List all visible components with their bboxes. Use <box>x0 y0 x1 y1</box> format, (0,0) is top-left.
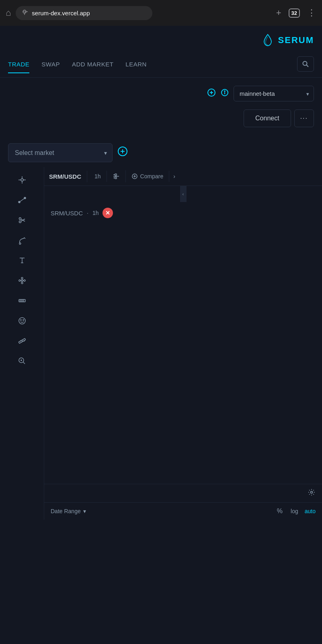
browser-actions: + 32 ⋮ <box>276 8 316 18</box>
svg-point-1 <box>24 11 25 12</box>
add-network-button[interactable] <box>207 88 216 99</box>
svg-point-30 <box>21 277 23 279</box>
svg-point-31 <box>24 280 25 281</box>
crosshair-tool[interactable] <box>12 171 32 189</box>
svg-line-53 <box>23 362 25 364</box>
drawing-toolbar <box>0 167 44 520</box>
nav-swap[interactable]: SWAP <box>41 61 60 73</box>
chart-footer: Date Range ▾ % log auto <box>44 502 322 520</box>
date-range-chevron-icon: ▾ <box>83 508 86 514</box>
network-select[interactable]: mainnet-beta testnet devnet <box>234 86 314 101</box>
chart-overlay-symbol: SRM/USDC <box>51 210 83 217</box>
add-market-button[interactable] <box>117 146 128 159</box>
browser-url: serum-dex.vercel.app <box>32 10 90 17</box>
chart-title-overlay: SRM/USDC · 1h ✕ <box>44 202 119 224</box>
close-icon: ✕ <box>105 210 110 216</box>
svg-rect-58 <box>115 177 117 179</box>
tab-count-badge[interactable]: 32 <box>289 8 300 18</box>
compare-label: Compare <box>140 173 164 180</box>
svg-rect-46 <box>18 339 26 343</box>
date-range-button[interactable]: Date Range ▾ <box>51 508 86 514</box>
svg-point-44 <box>21 320 21 320</box>
brand-name: SERUM <box>278 35 314 45</box>
browser-menu-button[interactable]: ⋮ <box>307 8 316 18</box>
brand-logo-icon <box>260 33 275 47</box>
app-container: SERUM TRADE SWAP ADD MARKET LEARN <box>0 26 322 644</box>
svg-point-19 <box>18 201 20 203</box>
network-row: mainnet-beta testnet devnet ▾ <box>0 78 322 109</box>
chart-bottom-toolbar <box>44 484 322 502</box>
chart-settings-button[interactable] <box>308 488 316 498</box>
text-tool[interactable] <box>12 252 32 269</box>
svg-point-62 <box>311 491 313 493</box>
chart-more-button[interactable]: › <box>169 171 179 182</box>
nav-search-button[interactable] <box>297 56 314 72</box>
svg-rect-57 <box>115 174 117 175</box>
svg-point-32 <box>21 282 23 284</box>
svg-point-21 <box>19 218 21 220</box>
chart-toolbar: SRM/USDC 1h <box>44 167 322 186</box>
collapse-panel-button[interactable]: ‹ <box>180 186 187 202</box>
svg-line-3 <box>307 65 309 67</box>
chart-indicator-button[interactable] <box>107 170 126 182</box>
address-bar[interactable]: serum-dex.vercel.app <box>16 6 152 20</box>
brand: SERUM <box>260 33 314 47</box>
nav-add-market[interactable]: ADD MARKET <box>72 61 113 73</box>
close-chart-button[interactable]: ✕ <box>103 208 113 218</box>
chart-container: SRM/USDC 1h <box>0 167 322 520</box>
chart-overlay-interval: 1h <box>92 210 99 216</box>
new-tab-button[interactable]: + <box>276 8 281 18</box>
date-range-label: Date Range <box>51 508 81 514</box>
chart-symbol-label[interactable]: SRM/USDC <box>49 171 87 182</box>
svg-line-25 <box>24 237 25 239</box>
svg-point-43 <box>19 318 25 324</box>
network-select-wrapper: mainnet-beta testnet devnet ▾ <box>234 86 314 101</box>
chart-panel: SRM/USDC 1h <box>44 167 322 520</box>
node-graph-tool[interactable] <box>12 272 32 289</box>
nav-trade[interactable]: TRADE <box>8 61 29 73</box>
percent-scale-button[interactable]: % <box>275 508 284 515</box>
chart-compare-button[interactable]: Compare <box>126 171 170 182</box>
svg-point-2 <box>303 62 307 66</box>
connect-wallet-button[interactable]: Connect <box>244 109 291 127</box>
emoji-tool[interactable] <box>12 312 32 330</box>
scissors-tool[interactable] <box>12 211 32 229</box>
connect-row: Connect ··· <box>0 109 322 135</box>
info-button[interactable] <box>221 89 229 99</box>
zoom-plus-tool[interactable] <box>12 352 32 370</box>
svg-point-20 <box>24 197 26 199</box>
chart-empty-area <box>44 202 322 484</box>
svg-point-17 <box>21 179 23 181</box>
measure-tool[interactable] <box>12 292 32 310</box>
log-scale-button[interactable]: log <box>291 508 298 514</box>
chart-overlay-separator: · <box>87 210 88 216</box>
line-tool[interactable] <box>12 191 32 209</box>
browser-chrome: ⌂ serum-dex.vercel.app + 32 ⋮ <box>0 0 322 26</box>
svg-point-22 <box>19 221 21 223</box>
svg-point-45 <box>23 320 24 320</box>
auto-scale-button[interactable]: auto <box>305 508 316 514</box>
chart-content: SRM/USDC · 1h ✕ <box>44 202 322 520</box>
nav-learn[interactable]: LEARN <box>125 61 147 73</box>
home-icon[interactable]: ⌂ <box>6 8 11 18</box>
svg-line-48 <box>22 341 23 342</box>
more-options-button[interactable]: ··· <box>294 109 314 127</box>
svg-point-33 <box>21 280 23 281</box>
svg-point-0 <box>23 10 26 13</box>
ruler-tool[interactable] <box>12 332 32 350</box>
app-header: SERUM <box>0 26 322 52</box>
address-icon <box>22 9 29 17</box>
svg-point-9 <box>224 91 225 92</box>
brush-tool[interactable] <box>12 231 32 249</box>
market-select-row: Select market SRM/USDC BTC/USDC ETH/USDC… <box>0 135 322 162</box>
app-nav: TRADE SWAP ADD MARKET LEARN <box>0 52 322 78</box>
svg-point-29 <box>19 280 21 281</box>
market-select[interactable]: Select market SRM/USDC BTC/USDC ETH/USDC <box>8 143 113 162</box>
chart-interval-button[interactable]: 1h <box>89 171 107 182</box>
market-select-wrapper: Select market SRM/USDC BTC/USDC ETH/USDC… <box>8 143 113 162</box>
